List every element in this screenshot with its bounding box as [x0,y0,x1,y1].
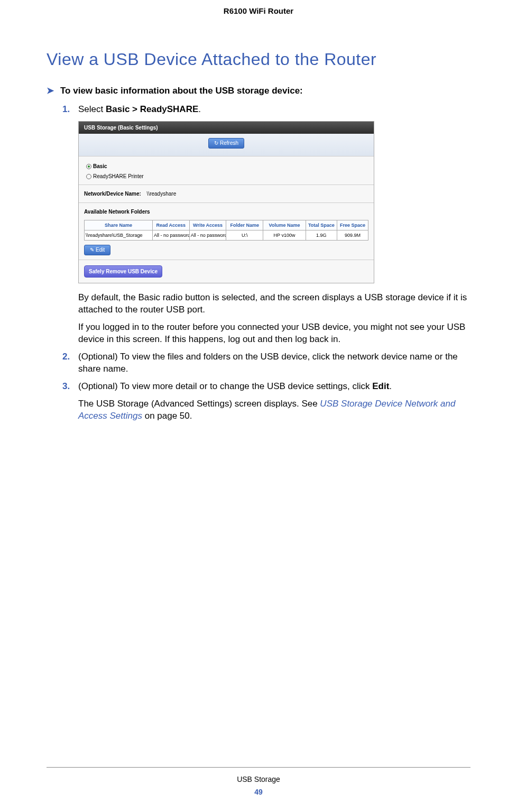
step-3: 3. (Optional) To view more detail or to … [62,381,470,422]
refresh-label: Refresh [220,140,238,147]
step-2-text: (Optional) To view the files and folders… [78,351,470,375]
safely-remove-button[interactable]: Safely Remove USB Device [84,265,162,278]
step-1-tail: . [198,104,201,114]
folders-table: Share Name Read Access Write Access Fold… [84,220,368,241]
footer-page-number: 49 [0,788,517,796]
step-1: 1. Select Basic > ReadySHARE. USB Storag… [62,104,470,346]
step-3-tail: . [389,381,392,391]
page-footer: USB Storage 49 [0,767,517,796]
radio-printer-icon [86,174,91,179]
step-3-para-tail: on page 50. [142,411,192,421]
pencil-icon: ✎ [90,246,94,254]
refresh-icon: ↻ [214,140,218,147]
edit-button[interactable]: ✎ Edit [84,245,110,255]
radio-basic-icon [86,164,91,169]
td-share-name: \\readyshare\USB_Storage [85,230,153,241]
radio-basic-row[interactable]: Basic [84,161,368,171]
th-volume-name: Volume Name [263,220,306,230]
footer-title: USB Storage [0,775,517,783]
section-title: View a USB Device Attached to the Router [47,50,470,69]
step-3-para: The USB Storage (Advanced Settings) scre… [78,398,470,422]
th-write-access: Write Access [189,220,226,230]
device-name-value: \\readyshare [147,191,177,197]
folders-label: Available Network Folders [84,206,368,218]
td-read-access: All - no password [152,230,189,241]
refresh-button[interactable]: ↻ Refresh [208,138,244,149]
step-1-para-2: If you logged in to the router before yo… [78,321,470,346]
radio-printer-label: ReadySHARE Printer [93,173,144,180]
device-name-label: Network/Device Name: [84,191,141,197]
th-total-space: Total Space [306,220,337,230]
td-folder-name: U:\ [226,230,263,241]
step-1-instruction: Select Basic > ReadySHARE. [78,104,470,116]
step-1-lead: Select [78,104,106,114]
screenshot-titlebar: USB Storage (Basic Settings) [79,122,374,134]
th-share-name: Share Name [85,220,153,230]
td-volume-name: HP v100w [263,230,306,241]
td-write-access: All - no password [189,230,226,241]
edit-label: Edit [96,246,105,254]
table-row[interactable]: \\readyshare\USB_Storage All - no passwo… [85,230,368,241]
usb-storage-screenshot: USB Storage (Basic Settings) ↻ Refresh B… [78,121,374,283]
content-area: View a USB Device Attached to the Router… [0,15,517,422]
step-3-lead: (Optional) To view more detail or to cha… [78,381,372,391]
step-number: 2. [62,351,70,363]
step-1-bold: Basic > ReadySHARE [106,104,198,114]
td-total-space: 1.9G [306,230,337,241]
screenshot-toolbar: ↻ Refresh [79,134,374,156]
page-header: R6100 WiFi Router [0,0,517,15]
step-3-para-lead: The USB Storage (Advanced Settings) scre… [78,399,320,409]
th-read-access: Read Access [152,220,189,230]
arrow-icon: ➤ [47,85,54,96]
step-3-instruction: (Optional) To view more detail or to cha… [78,381,470,393]
procedure-intro: ➤ To view basic information about the US… [47,85,470,96]
device-name-row: Network/Device Name: \\readyshare [84,188,368,200]
step-3-bold: Edit [372,381,389,391]
step-2: 2. (Optional) To view the files and fold… [62,351,470,375]
steps-list: 1. Select Basic > ReadySHARE. USB Storag… [47,104,470,422]
procedure-intro-text: To view basic information about the USB … [60,86,303,96]
th-folder-name: Folder Name [226,220,263,230]
step-number: 1. [62,104,70,116]
radio-printer-row[interactable]: ReadySHARE Printer [84,171,368,181]
radio-basic-label: Basic [93,163,107,170]
table-header-row: Share Name Read Access Write Access Fold… [85,220,368,230]
step-1-para-1: By default, the Basic radio button is se… [78,292,470,316]
th-free-space: Free Space [337,220,368,230]
step-number: 3. [62,381,70,393]
td-free-space: 909.9M [337,230,368,241]
